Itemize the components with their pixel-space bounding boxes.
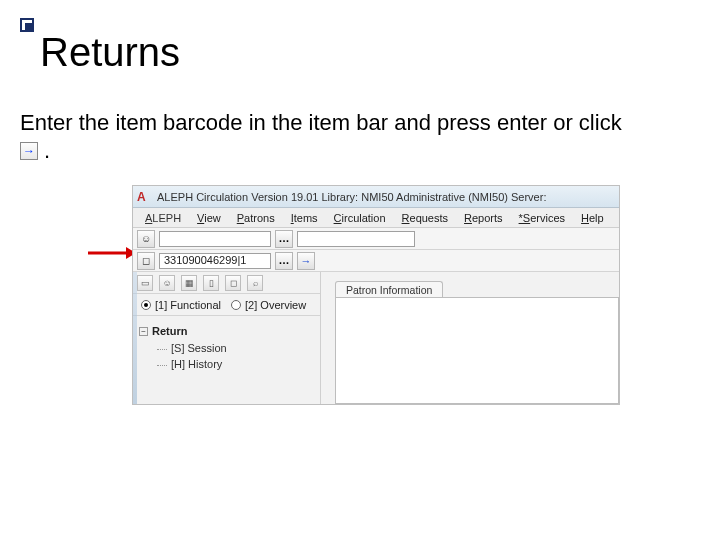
aleph-window: A ALEPH Circulation Version 19.01 Librar… — [132, 185, 620, 405]
content-panel — [335, 297, 619, 404]
patron-input[interactable] — [159, 231, 271, 247]
window-titlebar: A ALEPH Circulation Version 19.01 Librar… — [133, 186, 619, 208]
mode-icon-3[interactable]: ▦ — [181, 275, 197, 291]
radio-overview-label: [2] Overview — [245, 299, 306, 311]
right-pane: Patron Information — [321, 272, 619, 404]
menu-items[interactable]: Items — [283, 212, 326, 224]
instruction-text: Enter the item barcode in the item bar a… — [20, 110, 700, 136]
red-arrow-annotation — [88, 246, 136, 260]
menu-requests[interactable]: Requests — [394, 212, 456, 224]
split-pane: ▭ ☺ ▦ ▯ ◻ ⌕ [1] Functional [2] Overview — [133, 272, 619, 404]
instruction-line-2: → . — [20, 138, 700, 164]
left-pane: ▭ ☺ ▦ ▯ ◻ ⌕ [1] Functional [2] Overview — [133, 272, 321, 404]
menubar: ALEPH View Patrons Items Circulation Req… — [133, 208, 619, 228]
menu-reports[interactable]: Reports — [456, 212, 511, 224]
radio-overview[interactable]: [2] Overview — [231, 299, 306, 311]
menu-patrons[interactable]: Patrons — [229, 212, 283, 224]
item-lookup-button[interactable]: … — [275, 252, 293, 270]
patron-lookup-button[interactable]: … — [275, 230, 293, 248]
left-accent-strip — [133, 272, 137, 404]
radio-functional[interactable]: [1] Functional — [141, 299, 221, 311]
mode-icon-strip: ▭ ☺ ▦ ▯ ◻ ⌕ — [133, 272, 320, 294]
window-title: ALEPH Circulation Version 19.01 Library:… — [157, 191, 615, 203]
radio-functional-label: [1] Functional — [155, 299, 221, 311]
tree-node-return[interactable]: − Return — [139, 322, 314, 340]
patron-mode-icon[interactable]: ☺ — [137, 230, 155, 248]
menu-help[interactable]: Help — [573, 212, 612, 224]
mode-icon-2[interactable]: ☺ — [159, 275, 175, 291]
menu-circulation[interactable]: Circulation — [326, 212, 394, 224]
go-button[interactable]: → — [297, 252, 315, 270]
aleph-logo-icon: A — [137, 190, 151, 204]
radio-dot-icon — [231, 300, 241, 310]
tree-return-label: Return — [152, 322, 187, 340]
instruction-block: Enter the item barcode in the item bar a… — [20, 110, 700, 164]
patron-name-input[interactable] — [297, 231, 415, 247]
mode-icon-6[interactable]: ⌕ — [247, 275, 263, 291]
tree-expander-icon[interactable]: − — [139, 327, 148, 336]
svg-text:A: A — [137, 190, 146, 204]
tree-child-session[interactable]: [S] Session — [157, 340, 314, 356]
tab-patron-info[interactable]: Patron Information — [335, 281, 443, 298]
mode-icon-4[interactable]: ▯ — [203, 275, 219, 291]
view-radio-row: [1] Functional [2] Overview — [133, 294, 320, 316]
mode-icon-1[interactable]: ▭ — [137, 275, 153, 291]
menu-services[interactable]: *Services — [511, 212, 573, 224]
menu-aleph[interactable]: ALEPH — [137, 212, 189, 224]
go-arrow-icon: → — [20, 142, 38, 160]
item-mode-icon[interactable]: ◻ — [137, 252, 155, 270]
toolbar-row-1: ☺ … — [133, 228, 619, 250]
menu-view[interactable]: View — [189, 212, 229, 224]
mode-icon-5[interactable]: ◻ — [225, 275, 241, 291]
nav-tree: − Return [S] Session [H] History — [133, 316, 320, 378]
radio-dot-icon — [141, 300, 151, 310]
tab-header: Patron Information — [335, 278, 443, 298]
toolbar-row-2: ◻ 331090046299|1 … → — [133, 250, 619, 272]
item-barcode-input[interactable]: 331090046299|1 — [159, 253, 271, 269]
instruction-period: . — [44, 138, 50, 164]
tree-child-history[interactable]: [H] History — [157, 356, 314, 372]
slide-bullet-icon — [20, 18, 34, 32]
slide-title: Returns — [40, 30, 180, 75]
